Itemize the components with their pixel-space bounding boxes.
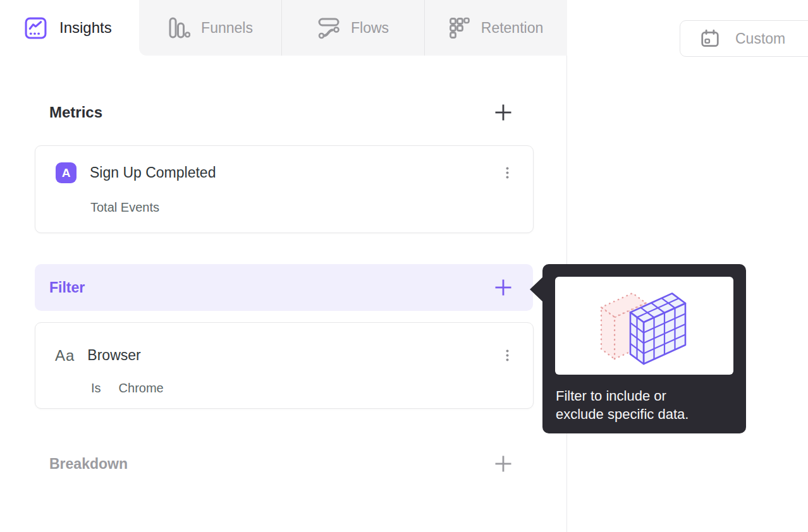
metric-card-sign-up-completed[interactable]: A Sign Up Completed Total Events — [35, 145, 534, 233]
insights-line-chart-icon — [24, 16, 47, 40]
add-filter-button[interactable] — [494, 279, 512, 296]
funnels-bars-icon — [168, 16, 190, 39]
add-metric-button[interactable] — [494, 104, 512, 121]
tooltip-arrow — [530, 277, 543, 302]
tab-funnels-label: Funnels — [201, 20, 253, 37]
metric-series-badge: A — [56, 162, 77, 183]
filter-card-menu-button[interactable] — [500, 345, 514, 366]
custom-button-label: Custom — [735, 30, 785, 47]
tab-insights[interactable]: Insights — [0, 0, 139, 56]
filter-operator[interactable]: Is — [91, 381, 101, 396]
tab-group: Funnels Flows Retention — [139, 0, 567, 56]
plus-icon — [494, 279, 512, 296]
tooltip-text: Filter to include or exclude specific da… — [556, 387, 726, 423]
filter-value[interactable]: Chrome — [119, 381, 164, 396]
metrics-title: Metrics — [49, 104, 102, 121]
string-property-type-icon: Aa — [55, 347, 75, 365]
breakdown-section-header: Breakdown — [35, 451, 533, 476]
kebab-menu-icon — [506, 349, 509, 361]
filter-card-title: Browser — [87, 347, 140, 364]
retention-grid-icon — [449, 17, 470, 39]
tab-insights-label: Insights — [59, 19, 112, 37]
metrics-section-header: Metrics — [35, 100, 533, 125]
insights-report-builder: Insights Funnels Flows — [0, 0, 808, 532]
filter-cube-illustration — [555, 277, 733, 375]
plus-icon — [494, 455, 512, 473]
add-breakdown-button[interactable] — [494, 455, 512, 473]
tab-funnels[interactable]: Funnels — [139, 0, 281, 56]
metric-card-aggregation[interactable]: Total Events — [90, 200, 159, 215]
metric-card-menu-button[interactable] — [500, 162, 514, 183]
custom-date-range-button[interactable]: Custom — [680, 20, 808, 57]
filter-tooltip: Filter to include or exclude specific da… — [542, 264, 746, 433]
tooltip-text-line1: Filter to include or — [556, 387, 726, 406]
breakdown-title: Breakdown — [49, 456, 128, 473]
tab-flows-label: Flows — [351, 20, 389, 37]
tooltip-illustration-frame — [555, 277, 733, 375]
calendar-icon — [700, 28, 720, 49]
tab-retention[interactable]: Retention — [424, 0, 567, 56]
filter-title: Filter — [49, 279, 85, 296]
plus-icon — [494, 104, 512, 121]
metric-card-title: Sign Up Completed — [90, 164, 216, 181]
tab-retention-label: Retention — [481, 20, 543, 37]
flows-wave-icon — [317, 16, 340, 39]
kebab-menu-icon — [506, 167, 509, 179]
tooltip-text-line2: exclude specific data. — [556, 406, 726, 424]
filter-section-header[interactable]: Filter — [35, 264, 533, 311]
tab-flows[interactable]: Flows — [281, 0, 424, 56]
filter-card-browser[interactable]: Aa Browser Is Chrome — [35, 322, 534, 409]
